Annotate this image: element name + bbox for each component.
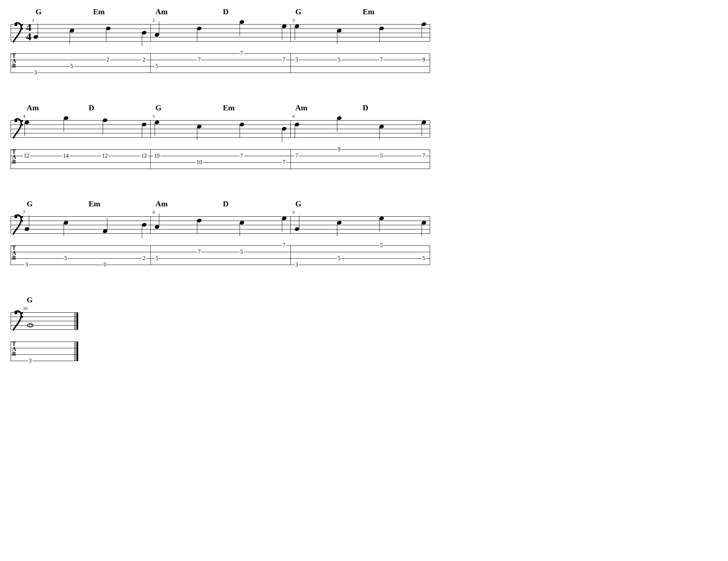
bar-number: 3	[293, 18, 295, 23]
chord-symbol: G	[155, 103, 161, 112]
svg-point-5	[21, 124, 23, 126]
tab-fret: 3	[25, 262, 29, 268]
svg-point-3	[15, 120, 17, 122]
tab-label: TAB	[12, 342, 16, 356]
system-row: GEmAmDGEm 44123TAB352257775579	[11, 7, 717, 78]
tab-fret: 2	[142, 255, 146, 261]
tab-fret: 3	[28, 358, 32, 364]
chord-symbol: D	[223, 7, 229, 16]
tab-fret: 10	[196, 159, 203, 165]
quarter-note	[239, 20, 244, 25]
chord-symbol: D	[223, 199, 229, 208]
tab-fret: 7	[282, 57, 286, 63]
chord-symbol: G	[27, 199, 33, 208]
svg-point-9	[15, 312, 17, 314]
tab-fret: 5	[295, 57, 299, 63]
quarter-note	[63, 116, 69, 121]
system-row: G 10TAB3	[11, 295, 717, 366]
chord-symbol: Em	[223, 103, 235, 112]
system-row: AmDGEmAmD 456TAB121412121010777957	[11, 103, 717, 174]
tab-fret: 9	[337, 147, 341, 152]
tab-fret: 5	[337, 255, 341, 261]
tab-fret: 9	[422, 57, 426, 63]
bar-number: 2	[152, 18, 155, 23]
chord-symbol: G	[295, 7, 301, 16]
tab-fret: 5	[64, 255, 68, 261]
svg-point-11	[21, 316, 23, 318]
svg-point-2	[21, 28, 23, 30]
tab-fret: 5	[379, 153, 384, 159]
bar-number: 9	[293, 210, 295, 215]
svg-point-10	[21, 312, 23, 314]
tab-fret: 7	[422, 153, 426, 159]
tab-fret: 7	[240, 51, 244, 56]
bass-clef-icon	[13, 307, 24, 335]
chord-symbol: Em	[93, 7, 105, 16]
tab-fret: 5	[240, 249, 244, 255]
tab-fret: 12	[140, 153, 148, 159]
tab-label: TAB	[12, 245, 16, 260]
quarter-note	[337, 116, 342, 121]
bar-number: 6	[293, 114, 295, 119]
tab-fret: 5	[422, 255, 426, 261]
chord-symbol: G	[36, 7, 42, 16]
bar-number: 4	[23, 114, 25, 119]
chord-symbol: G	[27, 295, 33, 305]
bass-clef-icon	[13, 211, 24, 239]
tab-fret: 7	[295, 153, 299, 159]
tab-fret: 7	[379, 57, 384, 63]
chord-symbol: Am	[155, 199, 167, 208]
bar-number: 7	[23, 210, 25, 215]
chord-symbol: Am	[155, 7, 167, 16]
svg-point-8	[21, 220, 23, 222]
svg-point-7	[21, 216, 23, 218]
tab-fret: 7	[282, 159, 286, 165]
tab-fret: 7	[197, 249, 201, 255]
tab-label: TAB	[12, 149, 16, 164]
chord-symbol: Em	[89, 199, 100, 208]
bar-number: 5	[152, 114, 155, 119]
chord-symbol: Am	[27, 103, 39, 112]
time-signature: 44	[25, 23, 33, 41]
tab-fret: 2	[142, 57, 146, 63]
tab-fret: 5	[379, 243, 384, 248]
tab-fret: 5	[155, 63, 159, 69]
tab-fret: 12	[23, 153, 30, 159]
tab-fret: 7	[282, 243, 286, 248]
music-score: GEmAmDGEm 44123TAB352257775579AmDGEmAmD …	[11, 7, 717, 366]
chord-symbol: Em	[363, 7, 374, 16]
tab-fret: 5	[70, 63, 74, 69]
tab-fret: 3	[295, 262, 299, 268]
tab-fret: 5	[155, 255, 159, 261]
chord-symbol: G	[295, 199, 301, 208]
tab-fret: 7	[197, 57, 201, 63]
svg-point-4	[21, 120, 23, 122]
tab-fret: 3	[33, 70, 38, 75]
chord-symbol: D	[89, 103, 94, 112]
tab-fret: 7	[240, 153, 244, 159]
tab-fret: 10	[153, 153, 160, 159]
bass-clef-icon	[13, 115, 24, 143]
svg-point-6	[15, 216, 17, 218]
bass-clef-icon	[13, 18, 24, 47]
tab-fret: 12	[101, 153, 108, 159]
svg-point-0	[15, 23, 17, 26]
bar-number: 8	[152, 210, 155, 215]
tab-fret: 5	[337, 57, 341, 63]
tab-fret: 2	[106, 57, 110, 63]
whole-note	[27, 323, 33, 327]
bar-number: 10	[23, 306, 27, 311]
bar-number: 1	[32, 18, 34, 23]
chord-symbol: D	[363, 103, 368, 112]
chord-symbol: Am	[295, 103, 307, 112]
svg-point-1	[21, 24, 23, 26]
tab-fret: 0	[103, 262, 107, 268]
system-row: GEmAmDG 789TAB350257573555	[11, 199, 717, 270]
tab-fret: 14	[62, 153, 69, 159]
tab-label: TAB	[12, 53, 16, 68]
